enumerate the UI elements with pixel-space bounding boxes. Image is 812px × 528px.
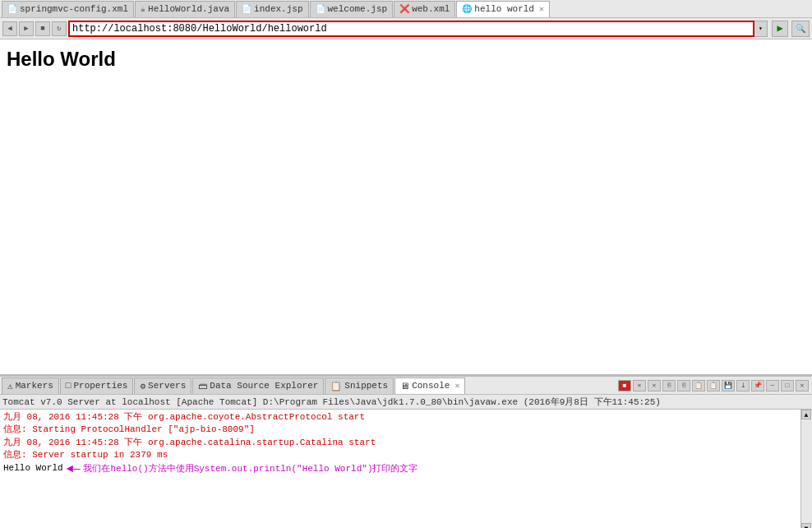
tab-helloworld-java-label: HelloWorld.java <box>148 4 229 14</box>
page-heading: Hello World <box>7 48 805 71</box>
console-tab-bar: ⚠ Markers □ Properties ⚙ Servers 🗃 Data … <box>0 377 812 395</box>
servers-icon: ⚙ <box>140 381 145 391</box>
console-line-4: 信息: Server startup in 2379 ms <box>3 449 797 461</box>
console-minimize-button[interactable]: ─ <box>766 380 779 391</box>
snippets-icon: 📋 <box>330 381 342 391</box>
tab-snippets[interactable]: 📋 Snippets <box>325 377 394 394</box>
tab-properties-label: Properties <box>73 381 127 391</box>
tab-springmvc[interactable]: 📄 springmvc-config.xml <box>2 1 134 17</box>
tab-servers-label: Servers <box>148 381 186 391</box>
search-button[interactable]: 🔍 <box>791 21 810 37</box>
datasource-icon: 🗃 <box>198 381 207 391</box>
console-line-2: 信息: Starting ProtocolHandler ["ajp-bio-8… <box>3 424 797 436</box>
console-line-3: 九月 08, 2016 11:45:28 下午 org.apache.catal… <box>3 437 797 449</box>
globe-icon: 🌐 <box>462 4 472 14</box>
tab-servers[interactable]: ⚙ Servers <box>134 377 191 394</box>
console-paste2-button[interactable]: 📋 <box>707 380 720 391</box>
tab-console-label: Console <box>412 381 450 391</box>
console-scrollbar[interactable]: ▲ ▼ <box>800 410 812 528</box>
browser-content: Hello World <box>0 39 812 375</box>
browser-toolbar: ◀ ▶ ■ ↻ ▾ ▶ 🔍 <box>0 18 812 39</box>
console-copy2-button[interactable]: ⎘ <box>677 380 690 391</box>
back-button[interactable]: ◀ <box>2 21 17 36</box>
console-line-1: 九月 08, 2016 11:45:28 下午 org.apache.coyot… <box>3 411 797 424</box>
console-area: 九月 08, 2016 11:45:28 下午 org.apache.coyot… <box>0 410 812 528</box>
tab-web-xml[interactable]: ❌ web.xml <box>394 1 455 17</box>
annotation-arrow: ◄— <box>67 462 81 475</box>
console-maximize-button[interactable]: □ <box>781 380 794 391</box>
console-terminate-button[interactable]: ✕ <box>633 380 646 391</box>
console-icon: 🖥 <box>400 381 409 391</box>
annotation-text: 我们在hello()方法中使用System.out.println("Hello… <box>83 462 418 475</box>
tab-console-close[interactable]: ✕ <box>454 381 459 391</box>
console-remove-button[interactable]: ✕ <box>648 380 661 391</box>
go-button[interactable]: ▶ <box>772 21 788 37</box>
scrollbar-track <box>801 419 812 523</box>
address-input[interactable] <box>68 21 754 37</box>
tab-snippets-label: Snippets <box>344 381 388 391</box>
scrollbar-up[interactable]: ▲ <box>801 410 811 419</box>
properties-icon: □ <box>66 381 72 391</box>
address-dropdown[interactable]: ▾ <box>754 21 768 37</box>
console-title: Tomcat v7.0 Server at localhost [Apache … <box>2 396 661 408</box>
refresh-button[interactable]: ↻ <box>52 21 67 36</box>
console-copy-button[interactable]: ⎘ <box>662 380 676 391</box>
console-output[interactable]: 九月 08, 2016 11:45:28 下午 org.apache.coyot… <box>0 410 800 528</box>
welcome-icon: 📄 <box>316 4 325 14</box>
tab-hello-world-label: hello world <box>474 4 534 14</box>
index-icon: 📄 <box>242 4 251 14</box>
console-save-button[interactable]: 💾 <box>722 380 735 391</box>
console-close-button[interactable]: ✕ <box>796 380 809 391</box>
console-stop-button[interactable]: ■ <box>618 380 631 391</box>
tab-datasource[interactable]: 🗃 Data Source Explorer <box>192 377 324 394</box>
tab-datasource-label: Data Source Explorer <box>210 381 318 391</box>
tab-console[interactable]: 🖥 Console ✕ <box>394 377 465 394</box>
tab-hello-world[interactable]: 🌐 hello world ✕ <box>456 1 550 17</box>
tab-markers-label: Markers <box>16 381 53 391</box>
webxml-close-icon: ❌ <box>399 4 409 14</box>
tab-properties[interactable]: □ Properties <box>60 377 134 394</box>
java-icon: ☕ <box>141 4 145 14</box>
tab-welcome-jsp-label: welcome.jsp <box>328 4 388 14</box>
tab-bar: 📄 springmvc-config.xml ☕ HelloWorld.java… <box>0 0 812 18</box>
tab-helloworld-java[interactable]: ☕ HelloWorld.java <box>135 1 235 17</box>
forward-button[interactable]: ▶ <box>19 21 34 36</box>
scrollbar-down[interactable]: ▼ <box>801 523 811 528</box>
stop-button[interactable]: ■ <box>35 21 50 36</box>
tab-index-jsp[interactable]: 📄 index.jsp <box>236 1 308 17</box>
hello-world-annotation: Hello World ◄— 我们在hello()方法中使用System.out… <box>3 462 797 475</box>
console-pin-button[interactable]: 📌 <box>751 380 764 391</box>
tab-web-xml-label: web.xml <box>412 4 450 14</box>
tab-hello-world-close[interactable]: ✕ <box>539 4 544 14</box>
springmvc-icon: 📄 <box>7 4 17 14</box>
tab-index-jsp-label: index.jsp <box>254 4 302 14</box>
tab-welcome-jsp[interactable]: 📄 welcome.jsp <box>310 1 394 17</box>
tab-springmvc-label: springmvc-config.xml <box>20 4 128 14</box>
address-bar-container: ▾ <box>68 21 768 37</box>
bottom-panel: ⚠ Markers □ Properties ⚙ Servers 🗃 Data … <box>0 375 812 528</box>
hello-world-output: Hello World <box>3 462 63 475</box>
console-scroll-button[interactable]: ⤓ <box>736 380 750 391</box>
tab-markers[interactable]: ⚠ Markers <box>2 377 59 394</box>
console-paste-button[interactable]: 📋 <box>692 380 705 391</box>
console-title-bar: Tomcat v7.0 Server at localhost [Apache … <box>0 395 812 410</box>
markers-icon: ⚠ <box>7 381 13 391</box>
